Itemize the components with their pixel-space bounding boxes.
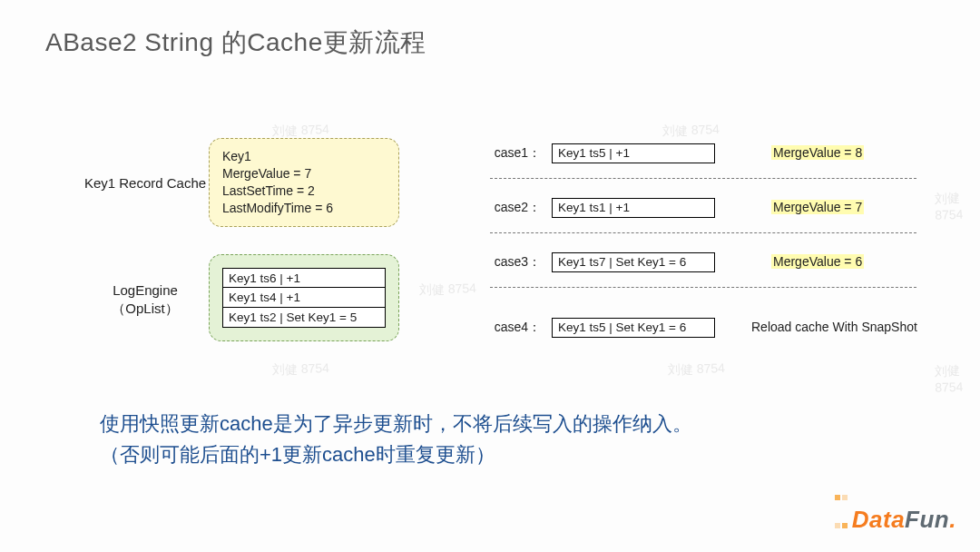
case-result: MergeValue = 8 xyxy=(771,145,864,160)
oplist-row: Key1 ts2 | Set Key1 = 5 xyxy=(222,308,386,328)
case-label: case2： xyxy=(490,200,541,216)
case-expr: Key1 ts5 | Set Key1 = 6 xyxy=(552,318,715,338)
footer-note: 使用快照更新cache是为了异步更新时，不将后续写入的操作纳入。 （否则可能后面… xyxy=(100,409,692,470)
record-cache-line: Key1 xyxy=(222,148,386,165)
logo-dot: . xyxy=(949,506,956,533)
logengine-label-b: （OpList） xyxy=(112,301,178,316)
case-divider xyxy=(490,287,916,288)
case-label: case3： xyxy=(490,254,541,271)
case-expr: Key1 ts1 | +1 xyxy=(552,198,715,218)
watermark: 刘健 8754 xyxy=(934,362,980,395)
case-label: case4： xyxy=(490,320,541,336)
oplist-row: Key1 ts6 | +1 xyxy=(222,268,386,288)
oplist-row: Key1 ts4 | +1 xyxy=(222,288,386,308)
footer-note-line2: （否则可能后面的+1更新cache时重复更新） xyxy=(100,443,495,466)
logo-squares-icon xyxy=(834,479,848,536)
logo-text-a: Data xyxy=(852,506,905,533)
record-cache-line: LastSetTime = 2 xyxy=(222,182,386,200)
page-title: ABase2 String 的Cache更新流程 xyxy=(45,25,426,60)
oplist-box: Key1 ts6 | +1 Key1 ts4 | +1 Key1 ts2 | S… xyxy=(209,254,399,341)
logo-text-b: Fun xyxy=(905,506,949,533)
watermark: 刘健 8754 xyxy=(662,122,720,140)
logengine-label: LogEngine （OpList） xyxy=(77,281,213,317)
case-result: Reload cache With SnapShot xyxy=(751,320,917,334)
watermark: 刘健 8754 xyxy=(934,190,980,222)
case-divider xyxy=(490,232,916,233)
case-expr: Key1 ts5 | +1 xyxy=(552,143,715,163)
case-result: MergeValue = 7 xyxy=(771,200,864,214)
watermark: 刘健 8754 xyxy=(419,281,477,299)
record-cache-label: Key1 Record Cache xyxy=(77,174,213,192)
case-result: MergeValue = 6 xyxy=(771,254,864,269)
oplist-stack: Key1 ts6 | +1 Key1 ts4 | +1 Key1 ts2 | S… xyxy=(222,268,386,328)
case-label: case1： xyxy=(490,145,541,162)
record-cache-line: LastModifyTime = 6 xyxy=(222,200,386,217)
watermark: 刘健 8754 xyxy=(272,360,330,379)
record-cache-box: Key1 MergeValue = 7 LastSetTime = 2 Last… xyxy=(209,138,399,227)
slide-root: ABase2 String 的Cache更新流程 刘健 8754 刘健 8754… xyxy=(0,0,980,552)
footer-note-line1: 使用快照更新cache是为了异步更新时，不将后续写入的操作纳入。 xyxy=(100,412,692,435)
record-cache-line: MergeValue = 7 xyxy=(222,165,386,182)
datafun-logo: DataFun. xyxy=(834,479,956,536)
logengine-label-a: LogEngine xyxy=(113,282,178,298)
case-divider xyxy=(490,178,916,179)
watermark: 刘健 8754 xyxy=(668,360,726,379)
case-expr: Key1 ts7 | Set Key1 = 6 xyxy=(552,252,715,272)
